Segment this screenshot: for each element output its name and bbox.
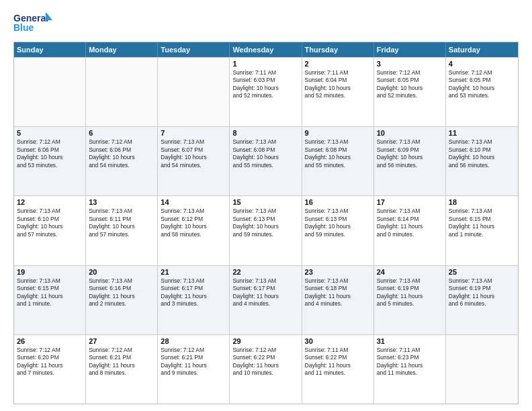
day-number: 24: [377, 268, 443, 276]
weekday-header: Sunday: [14, 42, 86, 57]
calendar-cell: 8Sunrise: 7:13 AMSunset: 6:08 PMDaylight…: [230, 127, 302, 195]
weekday-header: Friday: [374, 42, 446, 57]
calendar-cell: 12Sunrise: 7:13 AMSunset: 6:10 PMDayligh…: [14, 196, 86, 265]
cell-info: Sunrise: 7:13 AMSunset: 6:18 PMDaylight:…: [305, 277, 371, 308]
cell-info: Sunrise: 7:11 AMSunset: 6:03 PMDaylight:…: [232, 69, 298, 100]
calendar-cell: 16Sunrise: 7:13 AMSunset: 6:13 PMDayligh…: [302, 196, 374, 265]
cell-info: Sunrise: 7:13 AMSunset: 6:13 PMDaylight:…: [305, 208, 371, 238]
calendar-cell: 17Sunrise: 7:13 AMSunset: 6:14 PMDayligh…: [374, 196, 446, 265]
day-number: 17: [377, 198, 443, 206]
day-number: 4: [449, 60, 515, 68]
cell-info: Sunrise: 7:13 AMSunset: 6:10 PMDaylight:…: [17, 208, 83, 238]
day-number: 23: [305, 268, 371, 276]
day-number: 29: [232, 337, 298, 345]
cell-info: Sunrise: 7:12 AMSunset: 6:05 PMDaylight:…: [449, 69, 515, 100]
day-number: 6: [89, 129, 154, 137]
calendar-cell: 7Sunrise: 7:13 AMSunset: 6:07 PMDaylight…: [158, 127, 230, 195]
svg-text:Blue: Blue: [13, 22, 34, 33]
day-number: 21: [161, 268, 226, 276]
calendar-cell: 2Sunrise: 7:11 AMSunset: 6:04 PMDaylight…: [302, 58, 374, 126]
day-number: 11: [449, 129, 515, 137]
calendar-cell: [446, 335, 518, 404]
calendar-cell: [158, 58, 230, 126]
cell-info: Sunrise: 7:13 AMSunset: 6:17 PMDaylight:…: [161, 277, 226, 308]
day-number: 13: [89, 198, 154, 206]
calendar-cell: 21Sunrise: 7:13 AMSunset: 6:17 PMDayligh…: [158, 266, 230, 334]
calendar-cell: 20Sunrise: 7:13 AMSunset: 6:16 PMDayligh…: [86, 266, 158, 334]
calendar-cell: 6Sunrise: 7:12 AMSunset: 6:06 PMDaylight…: [86, 127, 158, 195]
day-number: 19: [17, 268, 83, 276]
calendar-cell: 9Sunrise: 7:13 AMSunset: 6:08 PMDaylight…: [302, 127, 374, 195]
cell-info: Sunrise: 7:13 AMSunset: 6:07 PMDaylight:…: [161, 138, 226, 169]
calendar-cell: 28Sunrise: 7:12 AMSunset: 6:21 PMDayligh…: [158, 335, 230, 404]
calendar-cell: 29Sunrise: 7:12 AMSunset: 6:22 PMDayligh…: [230, 335, 302, 404]
calendar-cell: 31Sunrise: 7:11 AMSunset: 6:23 PMDayligh…: [374, 335, 446, 404]
day-number: 3: [377, 60, 443, 68]
cell-info: Sunrise: 7:13 AMSunset: 6:09 PMDaylight:…: [377, 138, 443, 169]
calendar-cell: 25Sunrise: 7:13 AMSunset: 6:19 PMDayligh…: [446, 266, 518, 334]
weekday-header: Tuesday: [158, 42, 230, 57]
calendar-cell: 13Sunrise: 7:13 AMSunset: 6:11 PMDayligh…: [86, 196, 158, 265]
calendar-cell: 1Sunrise: 7:11 AMSunset: 6:03 PMDaylight…: [230, 58, 302, 126]
weekday-header: Thursday: [302, 42, 374, 57]
calendar-cell: 27Sunrise: 7:12 AMSunset: 6:21 PMDayligh…: [86, 335, 158, 404]
day-number: 27: [89, 337, 154, 345]
calendar-cell: 22Sunrise: 7:13 AMSunset: 6:17 PMDayligh…: [230, 266, 302, 334]
cell-info: Sunrise: 7:13 AMSunset: 6:11 PMDaylight:…: [89, 208, 154, 238]
cell-info: Sunrise: 7:13 AMSunset: 6:15 PMDaylight:…: [17, 277, 83, 308]
cell-info: Sunrise: 7:13 AMSunset: 6:19 PMDaylight:…: [377, 277, 443, 308]
day-number: 18: [449, 198, 515, 206]
calendar-cell: 15Sunrise: 7:13 AMSunset: 6:13 PMDayligh…: [230, 196, 302, 265]
day-number: 15: [232, 198, 298, 206]
header: GeneralBlue: [13, 11, 519, 35]
cell-info: Sunrise: 7:12 AMSunset: 6:21 PMDaylight:…: [89, 347, 154, 377]
calendar-cell: 4Sunrise: 7:12 AMSunset: 6:05 PMDaylight…: [446, 58, 518, 126]
day-number: 8: [232, 129, 298, 137]
calendar-cell: 26Sunrise: 7:12 AMSunset: 6:20 PMDayligh…: [14, 335, 86, 404]
logo: GeneralBlue: [13, 11, 54, 35]
calendar-cell: 11Sunrise: 7:13 AMSunset: 6:10 PMDayligh…: [446, 127, 518, 195]
cell-info: Sunrise: 7:13 AMSunset: 6:15 PMDaylight:…: [449, 208, 515, 238]
day-number: 30: [305, 337, 371, 345]
cell-info: Sunrise: 7:13 AMSunset: 6:08 PMDaylight:…: [232, 138, 298, 169]
day-number: 1: [232, 60, 298, 68]
day-number: 5: [17, 129, 83, 137]
day-number: 2: [305, 60, 371, 68]
calendar-cell: 30Sunrise: 7:11 AMSunset: 6:22 PMDayligh…: [302, 335, 374, 404]
day-number: 28: [161, 337, 226, 345]
day-number: 20: [89, 268, 154, 276]
cell-info: Sunrise: 7:13 AMSunset: 6:16 PMDaylight:…: [89, 277, 154, 308]
cell-info: Sunrise: 7:13 AMSunset: 6:08 PMDaylight:…: [305, 138, 371, 169]
cell-info: Sunrise: 7:13 AMSunset: 6:17 PMDaylight:…: [232, 277, 298, 308]
cell-info: Sunrise: 7:12 AMSunset: 6:20 PMDaylight:…: [17, 347, 83, 377]
day-number: 26: [17, 337, 83, 345]
day-number: 31: [377, 337, 443, 345]
day-number: 12: [17, 198, 83, 206]
calendar-cell: 10Sunrise: 7:13 AMSunset: 6:09 PMDayligh…: [374, 127, 446, 195]
cell-info: Sunrise: 7:13 AMSunset: 6:14 PMDaylight:…: [377, 208, 443, 238]
calendar-cell: 23Sunrise: 7:13 AMSunset: 6:18 PMDayligh…: [302, 266, 374, 334]
calendar-cell: [86, 58, 158, 126]
cell-info: Sunrise: 7:12 AMSunset: 6:21 PMDaylight:…: [161, 347, 226, 377]
calendar-cell: 24Sunrise: 7:13 AMSunset: 6:19 PMDayligh…: [374, 266, 446, 334]
cell-info: Sunrise: 7:11 AMSunset: 6:23 PMDaylight:…: [377, 347, 443, 377]
calendar: SundayMondayTuesdayWednesdayThursdayFrid…: [13, 42, 519, 404]
calendar-row: 5Sunrise: 7:12 AMSunset: 6:06 PMDaylight…: [14, 126, 518, 195]
weekday-header: Monday: [86, 42, 158, 57]
calendar-cell: 14Sunrise: 7:13 AMSunset: 6:12 PMDayligh…: [158, 196, 230, 265]
logo-svg: GeneralBlue: [13, 11, 54, 35]
cell-info: Sunrise: 7:13 AMSunset: 6:12 PMDaylight:…: [161, 208, 226, 238]
day-number: 22: [232, 268, 298, 276]
cell-info: Sunrise: 7:12 AMSunset: 6:05 PMDaylight:…: [377, 69, 443, 100]
calendar-row: 26Sunrise: 7:12 AMSunset: 6:20 PMDayligh…: [14, 334, 518, 404]
cell-info: Sunrise: 7:11 AMSunset: 6:22 PMDaylight:…: [305, 347, 371, 377]
cell-info: Sunrise: 7:11 AMSunset: 6:04 PMDaylight:…: [305, 69, 371, 100]
page: GeneralBlue SundayMondayTuesdayWednesday…: [0, 0, 532, 411]
calendar-row: 12Sunrise: 7:13 AMSunset: 6:10 PMDayligh…: [14, 195, 518, 265]
calendar-cell: 18Sunrise: 7:13 AMSunset: 6:15 PMDayligh…: [446, 196, 518, 265]
calendar-cell: 3Sunrise: 7:12 AMSunset: 6:05 PMDaylight…: [374, 58, 446, 126]
cell-info: Sunrise: 7:13 AMSunset: 6:13 PMDaylight:…: [232, 208, 298, 238]
calendar-cell: [14, 58, 86, 126]
cell-info: Sunrise: 7:13 AMSunset: 6:19 PMDaylight:…: [449, 277, 515, 308]
day-number: 10: [377, 129, 443, 137]
